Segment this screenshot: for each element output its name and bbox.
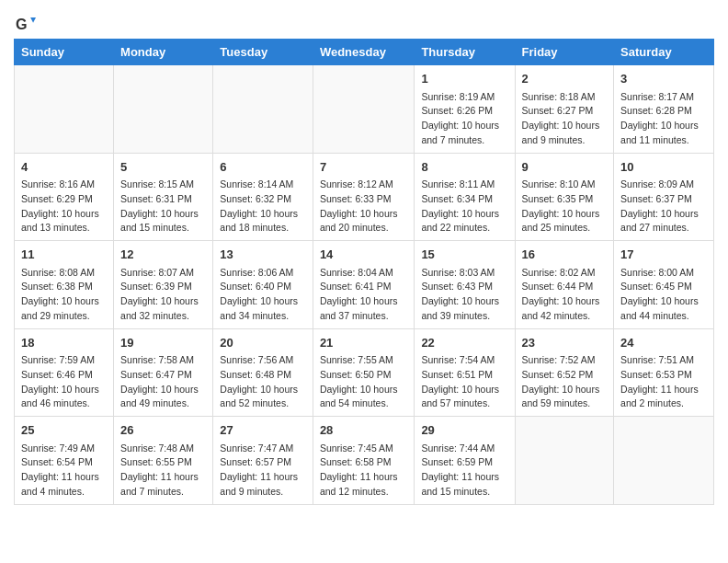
- day-number: 26: [120, 421, 206, 440]
- day-info: Sunrise: 8:17 AM Sunset: 6:28 PM Dayligh…: [620, 90, 707, 148]
- day-info: Sunrise: 7:55 AM Sunset: 6:50 PM Dayligh…: [320, 353, 407, 411]
- calendar-cell: 6Sunrise: 8:14 AM Sunset: 6:32 PM Daylig…: [213, 153, 313, 241]
- day-number: 9: [522, 158, 607, 177]
- calendar-cell: 12Sunrise: 8:07 AM Sunset: 6:39 PM Dayli…: [114, 241, 213, 329]
- col-header-sunday: Sunday: [15, 40, 114, 65]
- week-row-4: 18Sunrise: 7:59 AM Sunset: 6:46 PM Dayli…: [15, 328, 714, 417]
- day-number: 15: [421, 246, 507, 264]
- day-info: Sunrise: 7:49 AM Sunset: 6:54 PM Dayligh…: [21, 442, 107, 500]
- calendar-cell: 27Sunrise: 7:47 AM Sunset: 6:57 PM Dayli…: [213, 417, 313, 505]
- day-info: Sunrise: 7:47 AM Sunset: 6:57 PM Dayligh…: [220, 442, 306, 500]
- day-info: Sunrise: 7:59 AM Sunset: 6:46 PM Dayligh…: [21, 353, 107, 411]
- day-number: 25: [21, 421, 107, 440]
- svg-text:G: G: [16, 16, 28, 32]
- col-header-monday: Monday: [114, 40, 213, 65]
- calendar-cell: 5Sunrise: 8:15 AM Sunset: 6:31 PM Daylig…: [114, 153, 213, 241]
- day-number: 8: [421, 158, 507, 177]
- day-info: Sunrise: 7:44 AM Sunset: 6:59 PM Dayligh…: [421, 442, 507, 500]
- day-number: 23: [522, 334, 607, 352]
- svg-marker-1: [30, 17, 36, 23]
- day-info: Sunrise: 8:12 AM Sunset: 6:33 PM Dayligh…: [320, 178, 407, 236]
- day-number: 11: [21, 246, 107, 264]
- calendar-cell: 14Sunrise: 8:04 AM Sunset: 6:41 PM Dayli…: [313, 241, 414, 329]
- week-row-1: 1Sunrise: 8:19 AM Sunset: 6:26 PM Daylig…: [15, 65, 714, 154]
- calendar-cell: 11Sunrise: 8:08 AM Sunset: 6:38 PM Dayli…: [15, 241, 114, 329]
- calendar-cell: 26Sunrise: 7:48 AM Sunset: 6:55 PM Dayli…: [114, 417, 213, 505]
- calendar-cell: 13Sunrise: 8:06 AM Sunset: 6:40 PM Dayli…: [213, 241, 313, 329]
- day-info: Sunrise: 7:45 AM Sunset: 6:58 PM Dayligh…: [320, 442, 407, 500]
- calendar-cell: [114, 65, 213, 154]
- day-number: 1: [421, 70, 507, 88]
- day-number: 17: [620, 246, 707, 264]
- calendar-cell: 16Sunrise: 8:02 AM Sunset: 6:44 PM Dayli…: [515, 241, 613, 329]
- calendar-cell: [15, 65, 114, 154]
- title-area: [38, 9, 714, 11]
- day-number: 29: [421, 421, 507, 440]
- day-number: 16: [522, 246, 607, 264]
- calendar-cell: 3Sunrise: 8:17 AM Sunset: 6:28 PM Daylig…: [614, 65, 714, 154]
- calendar-cell: 2Sunrise: 8:18 AM Sunset: 6:27 PM Daylig…: [515, 65, 613, 154]
- day-info: Sunrise: 8:16 AM Sunset: 6:29 PM Dayligh…: [21, 178, 107, 236]
- day-number: 2: [522, 70, 607, 88]
- calendar-cell: 15Sunrise: 8:03 AM Sunset: 6:43 PM Dayli…: [415, 241, 515, 329]
- calendar-cell: 17Sunrise: 8:00 AM Sunset: 6:45 PM Dayli…: [614, 241, 714, 329]
- day-info: Sunrise: 8:04 AM Sunset: 6:41 PM Dayligh…: [320, 266, 407, 324]
- calendar-cell: 1Sunrise: 8:19 AM Sunset: 6:26 PM Daylig…: [415, 65, 515, 154]
- calendar-cell: 25Sunrise: 7:49 AM Sunset: 6:54 PM Dayli…: [15, 417, 114, 505]
- col-header-friday: Friday: [515, 40, 613, 65]
- calendar-cell: 4Sunrise: 8:16 AM Sunset: 6:29 PM Daylig…: [15, 153, 114, 241]
- header: G: [14, 9, 714, 35]
- day-number: 19: [120, 334, 206, 352]
- day-info: Sunrise: 8:06 AM Sunset: 6:40 PM Dayligh…: [220, 266, 306, 324]
- calendar-cell: 19Sunrise: 7:58 AM Sunset: 6:47 PM Dayli…: [114, 328, 213, 417]
- calendar-cell: 21Sunrise: 7:55 AM Sunset: 6:50 PM Dayli…: [313, 328, 414, 417]
- day-info: Sunrise: 8:19 AM Sunset: 6:26 PM Dayligh…: [421, 90, 507, 148]
- calendar-cell: 23Sunrise: 7:52 AM Sunset: 6:52 PM Dayli…: [515, 328, 613, 417]
- day-number: 28: [320, 421, 407, 440]
- day-number: 24: [620, 334, 707, 352]
- calendar-cell: 10Sunrise: 8:09 AM Sunset: 6:37 PM Dayli…: [614, 153, 714, 241]
- day-number: 6: [220, 158, 306, 177]
- day-number: 18: [21, 334, 107, 352]
- day-info: Sunrise: 7:58 AM Sunset: 6:47 PM Dayligh…: [120, 353, 206, 411]
- day-number: 12: [120, 246, 206, 264]
- calendar-cell: 8Sunrise: 8:11 AM Sunset: 6:34 PM Daylig…: [415, 153, 515, 241]
- logo: G: [14, 15, 38, 35]
- day-number: 22: [421, 334, 507, 352]
- day-info: Sunrise: 7:48 AM Sunset: 6:55 PM Dayligh…: [120, 442, 206, 500]
- day-info: Sunrise: 8:11 AM Sunset: 6:34 PM Dayligh…: [421, 178, 507, 236]
- calendar-cell: 20Sunrise: 7:56 AM Sunset: 6:48 PM Dayli…: [213, 328, 313, 417]
- calendar-cell: 9Sunrise: 8:10 AM Sunset: 6:35 PM Daylig…: [515, 153, 613, 241]
- day-info: Sunrise: 8:02 AM Sunset: 6:44 PM Dayligh…: [522, 266, 607, 324]
- header-row: SundayMondayTuesdayWednesdayThursdayFrid…: [15, 40, 714, 65]
- day-number: 21: [320, 334, 407, 352]
- day-number: 27: [220, 421, 306, 440]
- calendar-cell: [213, 65, 313, 154]
- week-row-3: 11Sunrise: 8:08 AM Sunset: 6:38 PM Dayli…: [15, 241, 714, 329]
- calendar-cell: [614, 417, 714, 505]
- day-number: 20: [220, 334, 306, 352]
- calendar-cell: 29Sunrise: 7:44 AM Sunset: 6:59 PM Dayli…: [415, 417, 515, 505]
- col-header-wednesday: Wednesday: [313, 40, 414, 65]
- day-info: Sunrise: 8:10 AM Sunset: 6:35 PM Dayligh…: [522, 178, 607, 236]
- day-info: Sunrise: 8:08 AM Sunset: 6:38 PM Dayligh…: [21, 266, 107, 324]
- col-header-thursday: Thursday: [415, 40, 515, 65]
- day-info: Sunrise: 8:15 AM Sunset: 6:31 PM Dayligh…: [120, 178, 206, 236]
- week-row-5: 25Sunrise: 7:49 AM Sunset: 6:54 PM Dayli…: [15, 417, 714, 505]
- day-number: 7: [320, 158, 407, 177]
- day-info: Sunrise: 8:07 AM Sunset: 6:39 PM Dayligh…: [120, 266, 206, 324]
- day-number: 5: [120, 158, 206, 177]
- day-number: 13: [220, 246, 306, 264]
- day-info: Sunrise: 7:54 AM Sunset: 6:51 PM Dayligh…: [421, 353, 507, 411]
- calendar-cell: 28Sunrise: 7:45 AM Sunset: 6:58 PM Dayli…: [313, 417, 414, 505]
- day-info: Sunrise: 8:03 AM Sunset: 6:43 PM Dayligh…: [421, 266, 507, 324]
- day-number: 4: [21, 158, 107, 177]
- calendar-cell: 24Sunrise: 7:51 AM Sunset: 6:53 PM Dayli…: [614, 328, 714, 417]
- day-info: Sunrise: 8:09 AM Sunset: 6:37 PM Dayligh…: [620, 178, 707, 236]
- day-info: Sunrise: 7:56 AM Sunset: 6:48 PM Dayligh…: [220, 353, 306, 411]
- calendar-cell: [313, 65, 414, 154]
- calendar-cell: 18Sunrise: 7:59 AM Sunset: 6:46 PM Dayli…: [15, 328, 114, 417]
- calendar-table: SundayMondayTuesdayWednesdayThursdayFrid…: [14, 39, 714, 505]
- day-number: 3: [620, 70, 707, 88]
- day-info: Sunrise: 8:18 AM Sunset: 6:27 PM Dayligh…: [522, 90, 607, 148]
